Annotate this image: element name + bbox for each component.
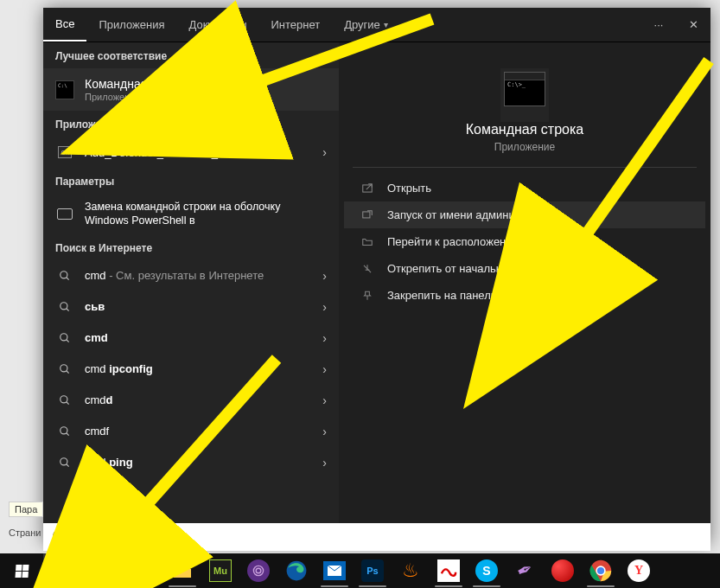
- svg-rect-22: [110, 570, 113, 573]
- taskbar-app-yandex[interactable]: [126, 553, 162, 588]
- taskbar-app-photoshop[interactable]: Ps: [354, 553, 391, 588]
- chevron-right-icon: ›: [322, 300, 327, 314]
- chevron-right-icon: ›: [322, 425, 327, 438]
- details-title: Командная строка: [466, 122, 584, 137]
- best-match-title: Командная строка: [85, 77, 327, 91]
- folder-icon: [360, 236, 375, 248]
- svg-point-2: [61, 302, 67, 309]
- action-open[interactable]: Открыть: [344, 175, 705, 201]
- search-icon: [55, 363, 74, 375]
- web-result-row[interactable]: cmdd ›: [43, 385, 339, 416]
- taskbar-app-muse[interactable]: Mu: [202, 553, 239, 588]
- taskbar-app-feather[interactable]: ✒: [507, 553, 543, 588]
- opera-icon: [551, 559, 574, 582]
- tab-apps-label: Приложения: [99, 18, 164, 31]
- tab-more[interactable]: Другие▾: [332, 8, 400, 42]
- app-result-row[interactable]: C:\ Add_Defender_Exclusion_New.cmd ›: [43, 137, 339, 168]
- web-result-label: cmd - См. результаты в Интернете: [85, 269, 312, 282]
- svg-rect-21: [110, 566, 113, 569]
- search-icon: [55, 425, 74, 438]
- action-pin-taskbar[interactable]: Закрепить на панели задач: [344, 282, 705, 309]
- search-input-bar[interactable]: cmd: [43, 523, 710, 551]
- svg-rect-15: [363, 211, 370, 217]
- web-result-label: сьв: [85, 300, 105, 313]
- web-result-row[interactable]: cmd ping ›: [43, 447, 339, 478]
- taskbar-app-flame[interactable]: ♨: [392, 553, 429, 588]
- taskbar-app-tor[interactable]: [240, 553, 277, 588]
- settings-result-row[interactable]: Замена командной строки на оболочку Wind…: [43, 194, 339, 234]
- cmd-icon: [55, 80, 74, 99]
- unpin-icon: [360, 263, 375, 275]
- web-result-row[interactable]: cmd ipconfig ›: [43, 354, 339, 385]
- details-hero: Командная строка Приложение: [353, 42, 697, 168]
- search-icon: [55, 332, 74, 344]
- details-panel: Командная строка Приложение Открыть Запу…: [339, 42, 710, 544]
- search-icon: [55, 301, 74, 313]
- action-run-as-admin[interactable]: Запуск от имени администратора: [344, 201, 705, 228]
- svg-point-0: [61, 271, 67, 278]
- svg-point-23: [253, 566, 263, 575]
- web-result-row[interactable]: cmdf ›: [43, 416, 339, 447]
- section-settings: Параметры: [43, 168, 339, 194]
- svg-point-30: [597, 567, 604, 574]
- cmd-large-icon: [504, 72, 545, 106]
- taskbar-app-skype[interactable]: S: [468, 553, 505, 588]
- tab-web[interactable]: Интернет: [258, 8, 332, 42]
- settings-result-label: Замена командной строки на оболочку Wind…: [85, 200, 327, 228]
- task-view-button[interactable]: [85, 553, 124, 588]
- search-flyout: Все Приложения Документы Интернет Другие…: [43, 8, 710, 544]
- svg-point-24: [256, 568, 261, 573]
- taskbar-search-button[interactable]: [43, 553, 83, 588]
- action-unpin-start[interactable]: Открепить от начального экрана: [344, 255, 705, 282]
- chevron-right-icon: ›: [322, 145, 327, 159]
- taskbar-app-chrome[interactable]: [583, 553, 619, 588]
- svg-line-1: [67, 277, 69, 279]
- web-result-row[interactable]: cmd ›: [43, 323, 339, 354]
- action-unpin-start-label: Открепить от начального экрана: [387, 262, 558, 275]
- yandex-y-icon: Y: [628, 559, 650, 582]
- start-button[interactable]: [2, 553, 41, 588]
- tab-apps[interactable]: Приложения: [86, 8, 176, 42]
- tor-icon: [247, 559, 270, 582]
- close-button[interactable]: ✕: [676, 8, 710, 42]
- tab-all-label: Все: [55, 17, 74, 30]
- background-crumb: Страни: [9, 527, 41, 538]
- svg-point-12: [61, 457, 67, 464]
- more-options-button[interactable]: ···: [641, 8, 676, 42]
- pin-icon: [360, 290, 375, 302]
- svg-line-5: [67, 339, 69, 342]
- taskbar-app-explorer[interactable]: [164, 553, 201, 588]
- taskbar: Mu Ps ♨ S ✒ Y: [0, 553, 720, 588]
- task-view-icon: [95, 563, 114, 578]
- taskbar-app-irfan[interactable]: [430, 553, 467, 588]
- details-subtitle: Приложение: [494, 141, 555, 153]
- taskbar-app-yandex-browser[interactable]: Y: [621, 553, 657, 588]
- web-result-label: cmd ping: [85, 456, 312, 469]
- svg-point-8: [61, 395, 67, 402]
- web-result-row[interactable]: сьв ›: [43, 291, 339, 323]
- action-admin-label: Запуск от имени администратора: [387, 208, 562, 221]
- action-pin-taskbar-label: Закрепить на панели задач: [387, 289, 530, 302]
- chrome-icon: [589, 559, 612, 582]
- best-match-row[interactable]: Командная строка Приложение: [43, 68, 339, 111]
- tab-docs[interactable]: Документы: [176, 8, 258, 42]
- chevron-right-icon: ›: [322, 393, 327, 407]
- taskbar-app-opera[interactable]: [545, 553, 581, 588]
- mail-icon: [323, 561, 346, 580]
- svg-point-18: [57, 565, 67, 574]
- action-open-location[interactable]: Перейти к расположению файла: [344, 228, 705, 255]
- search-icon: [55, 563, 71, 578]
- taskbar-app-mail[interactable]: [316, 553, 353, 588]
- section-best-match: Лучшее соответствие: [43, 42, 339, 68]
- tab-all[interactable]: Все: [43, 8, 86, 42]
- chevron-right-icon: ›: [322, 331, 327, 345]
- svg-line-11: [67, 432, 69, 435]
- flame-icon: ♨: [402, 559, 419, 582]
- svg-line-13: [67, 463, 69, 466]
- section-apps: Приложения: [43, 111, 339, 137]
- background-tooltip: Пара: [9, 502, 43, 517]
- search-icon: [52, 529, 66, 546]
- taskbar-app-edge[interactable]: [278, 553, 315, 588]
- web-result-row[interactable]: cmd - См. результаты в Интернете ›: [43, 260, 339, 291]
- cmd-file-icon: C:\: [58, 146, 72, 158]
